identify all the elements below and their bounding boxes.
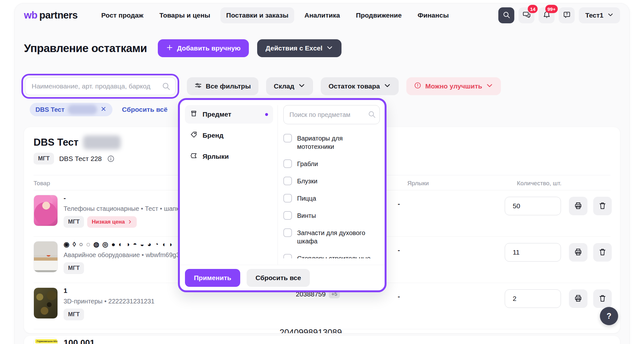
blurred-text	[83, 135, 121, 149]
add-manually-button[interactable]: Добавить вручную	[158, 39, 249, 57]
print-button[interactable]	[569, 243, 587, 262]
apply-button[interactable]: Применить	[185, 269, 240, 287]
checkbox[interactable]	[283, 211, 292, 220]
checkbox-item[interactable]: Грабли	[283, 159, 380, 168]
header-actions: 14 99+ ? Тест1	[498, 7, 620, 23]
subject-search-input[interactable]	[283, 105, 380, 124]
trash-icon	[598, 248, 607, 257]
supply-card: Гермомешок 60л 100 001	[24, 336, 620, 344]
notifications-button[interactable]: 99+	[539, 7, 555, 23]
nav-sales-growth[interactable]: Рост продаж	[96, 7, 149, 23]
product-title[interactable]: 1	[64, 287, 67, 294]
all-filters-button[interactable]: Все фильтры	[187, 77, 258, 95]
messages-button[interactable]: 14	[518, 7, 534, 23]
checkbox-label: Пицца	[297, 194, 316, 203]
quantity-input[interactable]	[505, 197, 561, 215]
support-button[interactable]: ?	[559, 7, 575, 23]
tag-icon	[190, 131, 197, 140]
sliders-icon	[195, 82, 202, 91]
print-button[interactable]	[569, 289, 587, 308]
low-price-badge[interactable]: Низкая цена	[87, 216, 136, 228]
delete-button[interactable]	[593, 243, 612, 262]
product-title[interactable]: ◉ ◊ ○ ◌ ◍ ◎ ● ◐ ◑ ◓ ◒ ◕ ◔ ◖ ◗	[64, 241, 173, 248]
filter-tab-subject[interactable]: Предмет	[185, 105, 273, 124]
main-nav: Рост продаж Товары и цены Поставки и зак…	[96, 7, 455, 23]
dbs-test-chip[interactable]: DBS Тест	[30, 103, 112, 116]
labels-value: -	[398, 200, 400, 208]
product-search-input[interactable]	[25, 77, 176, 95]
checkbox[interactable]	[283, 228, 292, 237]
help-bubble-icon: ?	[563, 11, 571, 20]
barcode-value: 2040998913089	[280, 328, 342, 333]
filters-dropdown-panel: Предмет Бренд Ярлыки	[178, 98, 387, 292]
checkbox[interactable]	[283, 254, 292, 258]
add-manually-label: Добавить вручную	[177, 44, 241, 52]
filter-tab-brand[interactable]: Бренд	[185, 126, 273, 145]
product-image[interactable]	[34, 241, 58, 272]
page-title: Управление остатками	[24, 42, 147, 55]
checkbox-label: Степлеры строительные	[297, 254, 371, 258]
checkbox[interactable]	[283, 177, 292, 185]
label-icon	[190, 152, 197, 161]
nav-analytics[interactable]: Аналитика	[299, 7, 346, 23]
checkbox-label: Запчасти для духового шкафа	[297, 228, 380, 245]
warehouse-filter-button[interactable]: Склад	[266, 77, 313, 95]
product-title[interactable]: 100 001	[64, 338, 95, 344]
mgt-badge: МГТ	[34, 153, 54, 164]
checkbox-item[interactable]: Пицца	[283, 194, 380, 203]
checkbox-item[interactable]: Запчасти для духового шкафа	[283, 228, 380, 245]
nav-supplies-orders[interactable]: Поставки и заказы	[220, 7, 294, 23]
nav-finance[interactable]: Финансы	[412, 7, 455, 23]
mgt-badge: МГТ	[64, 216, 84, 228]
filter-tab-labels[interactable]: Ярлыки	[185, 147, 273, 166]
search-button[interactable]	[498, 7, 514, 23]
stock-filter-label: Остаток товара	[328, 82, 380, 90]
checkbox[interactable]	[283, 134, 292, 142]
column-quantity: Количество, шт.	[517, 180, 562, 187]
checkbox[interactable]	[283, 159, 292, 168]
can-improve-filter-button[interactable]: Можно улучшить	[406, 77, 501, 95]
checkbox-item[interactable]: Вариаторы для мототехники	[283, 134, 380, 151]
checkbox-item[interactable]: Степлеры строительные	[283, 254, 380, 258]
low-price-label: Низкая цена	[92, 219, 125, 225]
quantity-input[interactable]	[505, 243, 561, 262]
filter-tab-subject-label: Предмет	[203, 111, 231, 118]
product-title[interactable]: -	[64, 194, 66, 202]
delete-button[interactable]	[593, 289, 612, 308]
nav-promotion[interactable]: Продвижение	[350, 7, 407, 23]
top-navbar: wbpartners Рост продаж Товары и цены Пос…	[24, 6, 620, 24]
supply-title: DBS Тест	[34, 137, 79, 148]
info-icon[interactable]	[107, 155, 115, 163]
clear-all-filters-link[interactable]: Сбросить всё	[122, 106, 168, 113]
stock-filter-button[interactable]: Остаток товара	[321, 77, 399, 95]
chevron-down-icon	[486, 82, 493, 91]
print-button[interactable]	[569, 197, 587, 215]
logo-wb: wb	[24, 10, 37, 21]
supply-subtitle: DBS Тест 228	[59, 155, 102, 163]
product-image-badge: Гермомешок 60л	[35, 339, 58, 343]
product-image[interactable]	[34, 195, 58, 226]
checkbox[interactable]	[283, 194, 292, 203]
checkbox-item[interactable]: Блузки	[283, 177, 380, 185]
account-menu[interactable]: Тест1	[579, 7, 620, 23]
blurred-text	[68, 105, 97, 114]
printer-icon	[574, 202, 582, 211]
product-image[interactable]	[34, 287, 58, 319]
help-fab-button[interactable]: ?	[600, 307, 618, 325]
trash-icon	[598, 294, 607, 303]
delete-button[interactable]	[593, 197, 612, 215]
search-icon	[502, 11, 510, 20]
close-icon[interactable]	[100, 106, 107, 114]
quantity-input[interactable]	[505, 289, 561, 308]
product-image[interactable]: Гермомешок 60л	[34, 338, 58, 344]
checkbox-item[interactable]: Винты	[283, 211, 380, 220]
search-highlight-ring	[21, 74, 179, 99]
wb-partners-logo[interactable]: wbpartners	[24, 10, 78, 21]
chevron-down-icon	[384, 82, 391, 91]
notifications-count-badge: 99+	[545, 5, 558, 13]
excel-actions-button[interactable]: Действия с Excel	[257, 39, 341, 57]
warehouse-filter-label: Склад	[274, 82, 294, 90]
chevron-down-icon	[607, 11, 614, 19]
reset-all-button[interactable]: Сбросить все	[247, 269, 310, 287]
nav-goods-prices[interactable]: Товары и цены	[154, 7, 216, 23]
